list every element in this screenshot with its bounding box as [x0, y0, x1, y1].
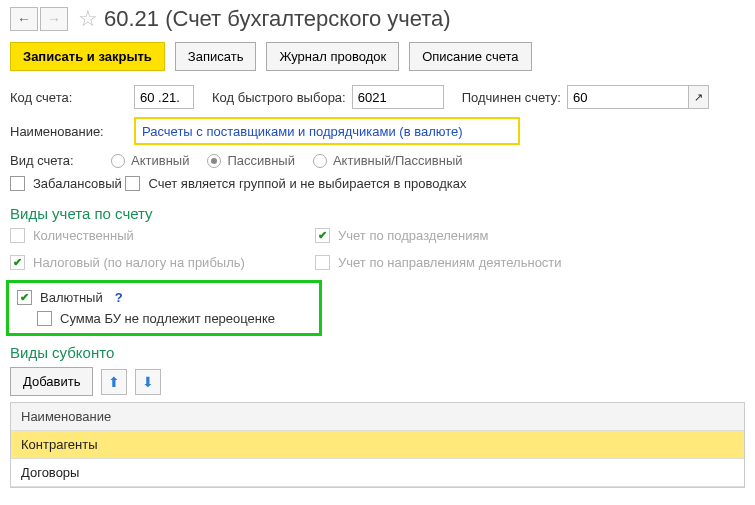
radio-both-label: Активный/Пассивный: [333, 153, 463, 168]
table-row[interactable]: Договоры: [11, 459, 744, 487]
checkbox-icon: [10, 255, 25, 270]
radio-passive-label: Пассивный: [227, 153, 295, 168]
nav-forward-button[interactable]: →: [40, 7, 68, 31]
subconto-section-header: Виды субконто: [10, 344, 745, 361]
parent-open-button[interactable]: ↗: [689, 85, 709, 109]
radio-both[interactable]: Активный/Пассивный: [313, 153, 463, 168]
code-input[interactable]: [134, 85, 194, 109]
radio-icon: [207, 154, 221, 168]
add-button[interactable]: Добавить: [10, 367, 93, 396]
arrow-left-icon: ←: [17, 11, 31, 27]
checkbox-icon: [10, 228, 25, 243]
view-label: Вид счета:: [10, 153, 105, 168]
no-reval-label: Сумма БУ не подлежит переоценке: [60, 311, 275, 326]
description-button[interactable]: Описание счета: [409, 42, 531, 71]
arrow-up-icon: ⬆: [108, 374, 120, 390]
checkbox-icon: [315, 228, 330, 243]
currency-label: Валютный: [40, 290, 103, 305]
journal-button[interactable]: Журнал проводок: [266, 42, 399, 71]
qty-label: Количественный: [33, 228, 134, 243]
tax-check: Налоговый (по налогу на прибыль): [10, 255, 315, 270]
view-radio-group: Активный Пассивный Активный/Пассивный: [111, 153, 463, 168]
table-header: Наименование: [11, 403, 744, 431]
tax-label: Налоговый (по налогу на прибыль): [33, 255, 245, 270]
activity-check: Учет по направлениям деятельности: [315, 255, 745, 270]
qty-check: Количественный: [10, 228, 315, 243]
favorite-star-icon[interactable]: ☆: [78, 6, 98, 32]
name-highlight-box: [134, 117, 520, 145]
currency-highlight-box: Валютный ? Сумма БУ не подлежит переоцен…: [6, 280, 322, 336]
dept-label: Учет по подразделениям: [338, 228, 488, 243]
offbalance-check[interactable]: Забалансовый: [10, 176, 122, 191]
name-label: Наименование:: [10, 124, 128, 139]
is-group-check[interactable]: Счет является группой и не выбирается в …: [125, 176, 466, 191]
help-icon[interactable]: ?: [115, 290, 123, 305]
checkbox-icon: [315, 255, 330, 270]
radio-active-label: Активный: [131, 153, 189, 168]
activity-label: Учет по направлениям деятельности: [338, 255, 562, 270]
nav-back-button[interactable]: ←: [10, 7, 38, 31]
checkbox-icon: [37, 311, 52, 326]
arrow-right-icon: →: [47, 11, 61, 27]
is-group-label: Счет является группой и не выбирается в …: [148, 176, 466, 191]
offbalance-label: Забалансовый: [33, 176, 122, 191]
radio-active[interactable]: Активный: [111, 153, 189, 168]
page-title: 60.21 (Счет бухгалтерского учета): [104, 6, 451, 32]
code-label: Код счета:: [10, 90, 128, 105]
checkbox-icon: [10, 176, 25, 191]
dept-check: Учет по подразделениям: [315, 228, 745, 243]
currency-check[interactable]: Валютный ?: [17, 290, 123, 305]
fast-code-label: Код быстрого выбора:: [212, 90, 346, 105]
fast-code-input[interactable]: [352, 85, 444, 109]
move-down-button[interactable]: ⬇: [135, 369, 161, 395]
radio-icon: [111, 154, 125, 168]
checkbox-icon: [17, 290, 32, 305]
parent-label: Подчинен счету:: [462, 90, 561, 105]
open-link-icon: ↗: [694, 91, 703, 104]
move-up-button[interactable]: ⬆: [101, 369, 127, 395]
name-input[interactable]: [137, 120, 517, 142]
arrow-down-icon: ⬇: [142, 374, 154, 390]
save-button[interactable]: Записать: [175, 42, 257, 71]
types-section-header: Виды учета по счету: [10, 205, 745, 222]
table-row[interactable]: Контрагенты: [11, 431, 744, 459]
save-close-button[interactable]: Записать и закрыть: [10, 42, 165, 71]
radio-icon: [313, 154, 327, 168]
checkbox-icon: [125, 176, 140, 191]
no-reval-check[interactable]: Сумма БУ не подлежит переоценке: [37, 311, 275, 326]
parent-input[interactable]: [567, 85, 689, 109]
subconto-table: Наименование Контрагенты Договоры: [10, 402, 745, 488]
radio-passive[interactable]: Пассивный: [207, 153, 295, 168]
